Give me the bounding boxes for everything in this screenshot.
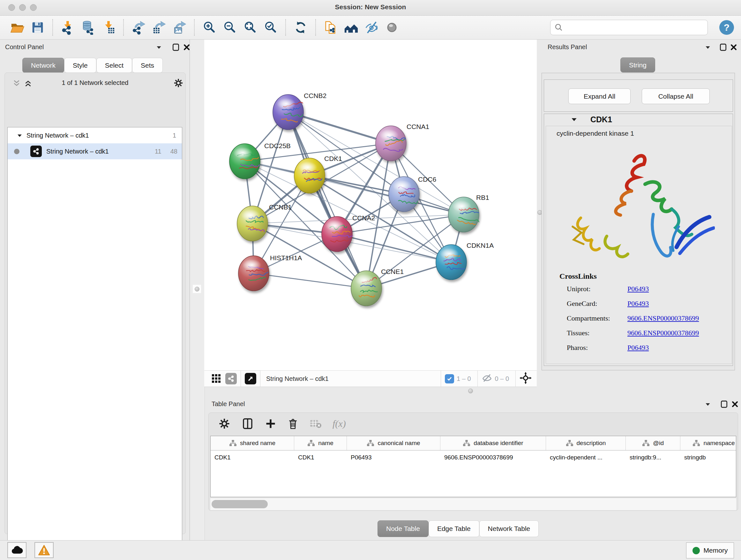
tab-string[interactable]: String bbox=[620, 57, 655, 72]
tab-select[interactable]: Select bbox=[96, 58, 132, 73]
table-cell[interactable]: 9606.ENSP00000378699 bbox=[441, 450, 546, 464]
tab-network[interactable]: Network bbox=[22, 58, 64, 73]
column-header-namespace[interactable]: namespace bbox=[680, 436, 736, 450]
node-label-CCNA2: CCNA2 bbox=[352, 214, 375, 222]
node-table[interactable]: shared namenamecanonical namedatabase id… bbox=[210, 436, 736, 497]
edge-CCNB2-CCNE1[interactable] bbox=[288, 112, 366, 288]
title-bar: Session: New Session bbox=[0, 0, 741, 16]
show-columns-icon[interactable] bbox=[241, 417, 254, 430]
table-cell[interactable]: CDK1 bbox=[211, 450, 294, 464]
table-row[interactable]: CDK1CDK1P064939606.ENSP00000378699cyclin… bbox=[211, 450, 736, 464]
import-database-button[interactable] bbox=[79, 18, 97, 37]
network-view-canvas[interactable]: CCNB2CCNA1CDC25BCDK1CDC6RB1CCNB1CCNA2CDK… bbox=[204, 40, 537, 370]
warnings-button[interactable] bbox=[35, 542, 54, 558]
left-splitter[interactable] bbox=[190, 40, 205, 540]
expand-all-button[interactable]: Expand All bbox=[568, 88, 630, 104]
refresh-button[interactable] bbox=[292, 18, 309, 37]
table-cell[interactable]: CDK1 bbox=[294, 450, 347, 464]
node-CCNB2[interactable]: CCNB2 bbox=[273, 92, 327, 130]
node-CCNE1[interactable]: CCNE1 bbox=[351, 268, 404, 306]
hide-panels-button[interactable] bbox=[363, 18, 380, 37]
memory-button[interactable]: Memory bbox=[686, 543, 734, 558]
column-header-canonical-name[interactable]: canonical name bbox=[347, 436, 441, 450]
crosslink-link[interactable]: 9606.ENSP00000378699 bbox=[627, 329, 699, 337]
open-session-button[interactable] bbox=[9, 18, 26, 37]
add-column-icon[interactable] bbox=[265, 418, 276, 429]
column-header-shared-name[interactable]: shared name bbox=[211, 436, 294, 450]
string-network-graph[interactable]: CCNB2CCNA1CDC25BCDK1CDC6RB1CCNB1CCNA2CDK… bbox=[204, 40, 537, 370]
network-options-gear-icon[interactable] bbox=[173, 78, 184, 89]
crosslink-link[interactable]: P06493 bbox=[627, 285, 649, 293]
search-input[interactable] bbox=[566, 21, 708, 34]
network-collection-row[interactable]: String Network – cdk1 1 bbox=[8, 127, 182, 143]
search-box[interactable] bbox=[550, 20, 708, 35]
zoom-out-button[interactable] bbox=[221, 18, 239, 37]
table-settings-gear-icon[interactable] bbox=[218, 418, 230, 430]
birds-eye-view-icon[interactable] bbox=[245, 373, 256, 384]
panel-menu-icon[interactable] bbox=[156, 46, 161, 50]
export-image-button[interactable] bbox=[171, 18, 188, 37]
tab-node-table[interactable]: Node Table bbox=[378, 520, 428, 537]
edge-CCNB2-CCNA1[interactable] bbox=[288, 112, 391, 143]
horizontal-splitter-handle[interactable] bbox=[466, 387, 475, 395]
hidden-eye-icon[interactable] bbox=[482, 373, 492, 384]
tab-sets[interactable]: Sets bbox=[132, 58, 163, 73]
edge-HIST1H1A-CCNE1[interactable] bbox=[254, 273, 366, 288]
import-network-button[interactable] bbox=[59, 18, 76, 37]
node-CCNA1[interactable]: CCNA1 bbox=[376, 123, 429, 161]
help-button[interactable]: ? bbox=[719, 20, 734, 35]
inspect-button[interactable] bbox=[383, 18, 401, 37]
export-table-button[interactable] bbox=[150, 18, 167, 37]
crosslink-link[interactable]: P06493 bbox=[627, 300, 649, 307]
tab-network-table[interactable]: Network Table bbox=[479, 520, 539, 537]
network-badge-gray-icon[interactable] bbox=[225, 373, 237, 384]
cloud-status-button[interactable] bbox=[7, 542, 26, 558]
export-network-button[interactable] bbox=[130, 18, 147, 37]
navigate-crosshair-icon[interactable] bbox=[520, 372, 532, 385]
column-header--id[interactable]: @id bbox=[626, 436, 680, 450]
crosslink-link[interactable]: P06493 bbox=[627, 344, 649, 352]
string-import-button[interactable] bbox=[322, 18, 339, 37]
panel-float-icon[interactable] bbox=[721, 400, 728, 408]
table-scrollbar-thumb[interactable] bbox=[212, 500, 268, 508]
zoom-fit-button[interactable] bbox=[242, 18, 259, 37]
panel-menu-icon[interactable] bbox=[705, 46, 711, 50]
node-HIST1H1A[interactable]: HIST1H1A bbox=[239, 254, 302, 291]
import-table-button[interactable] bbox=[100, 18, 117, 37]
network-row-selected[interactable]: String Network – cdk1 11 48 bbox=[8, 143, 182, 159]
panel-close-icon[interactable] bbox=[183, 44, 190, 51]
zoom-in-button[interactable] bbox=[201, 18, 218, 37]
panel-close-icon[interactable] bbox=[731, 401, 738, 408]
table-cell[interactable]: cyclin-dependent ... bbox=[546, 450, 626, 464]
selected-checkbox-icon[interactable] bbox=[445, 374, 454, 383]
node-RB1[interactable]: RB1 bbox=[448, 194, 489, 232]
column-type-icon bbox=[463, 440, 470, 447]
tree-expand-icon[interactable] bbox=[17, 132, 22, 139]
column-header-database-identifier[interactable]: database identifier bbox=[441, 436, 546, 450]
home-button[interactable] bbox=[342, 18, 360, 37]
table-cell[interactable]: stringdb bbox=[680, 450, 736, 464]
crosslink-link[interactable]: 9606.ENSP00000378699 bbox=[627, 314, 699, 322]
tab-edge-table[interactable]: Edge Table bbox=[428, 520, 479, 537]
collapse-all-button[interactable]: Collapse All bbox=[642, 88, 710, 104]
column-header-name[interactable]: name bbox=[294, 436, 347, 450]
panel-close-icon[interactable] bbox=[730, 44, 737, 51]
panel-float-icon[interactable] bbox=[720, 44, 727, 51]
delete-column-icon[interactable] bbox=[287, 418, 299, 430]
grid-view-icon[interactable] bbox=[211, 373, 222, 384]
table-cell[interactable]: P06493 bbox=[347, 450, 441, 464]
panel-menu-icon[interactable] bbox=[705, 403, 711, 407]
left-splitter-handle[interactable] bbox=[193, 285, 201, 293]
zoom-selected-icon bbox=[263, 20, 278, 35]
panel-float-icon[interactable] bbox=[172, 44, 179, 51]
column-header-description[interactable]: description bbox=[546, 436, 626, 450]
node-CDK1[interactable]: CDK1 bbox=[294, 155, 342, 193]
gene-collapse-icon[interactable] bbox=[571, 118, 577, 123]
horizontal-splitter[interactable] bbox=[204, 387, 537, 395]
zoom-selected-button[interactable] bbox=[262, 18, 279, 37]
tab-style[interactable]: Style bbox=[64, 58, 96, 73]
table-horizontal-scrollbar[interactable] bbox=[210, 498, 736, 510]
node-CDKN1A[interactable]: CDKN1A bbox=[436, 242, 494, 280]
save-session-button[interactable] bbox=[29, 18, 46, 37]
table-cell[interactable]: stringdb:9... bbox=[626, 450, 680, 464]
